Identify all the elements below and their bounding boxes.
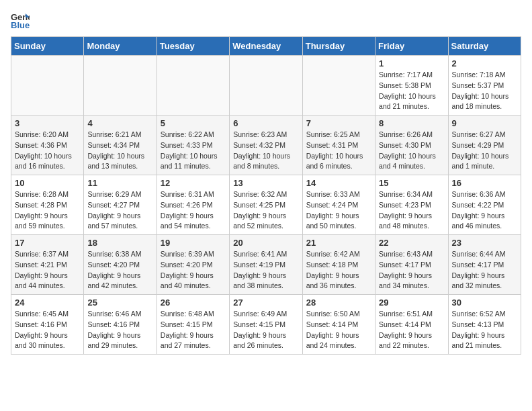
day-detail: Sunrise: 7:17 AMSunset: 5:38 PMDaylight:…: [379, 70, 444, 112]
day-number: 15: [379, 178, 444, 188]
day-number: 10: [15, 178, 80, 188]
column-header-thursday: Thursday: [302, 37, 375, 56]
day-number: 17: [15, 238, 80, 248]
day-number: 14: [306, 178, 371, 188]
day-detail: Sunrise: 6:39 AMSunset: 4:20 PMDaylight:…: [161, 249, 226, 291]
day-number: 1: [379, 58, 444, 68]
day-detail: Sunrise: 6:49 AMSunset: 4:15 PMDaylight:…: [233, 309, 298, 351]
column-header-saturday: Saturday: [448, 37, 521, 56]
day-number: 21: [306, 238, 371, 248]
day-number: 20: [233, 238, 298, 248]
day-detail: Sunrise: 6:38 AMSunset: 4:20 PMDaylight:…: [87, 249, 152, 291]
calendar-header-row: SundayMondayTuesdayWednesdayThursdayFrid…: [11, 37, 521, 56]
day-detail: Sunrise: 6:22 AMSunset: 4:33 PMDaylight:…: [161, 130, 226, 172]
day-number: 26: [161, 298, 226, 308]
column-header-sunday: Sunday: [11, 37, 84, 56]
calendar-cell: [302, 56, 375, 116]
calendar-cell: [230, 56, 302, 116]
column-header-friday: Friday: [375, 37, 448, 56]
calendar-cell: 16Sunrise: 6:36 AMSunset: 4:22 PMDayligh…: [448, 175, 521, 235]
column-header-tuesday: Tuesday: [157, 37, 229, 56]
calendar-cell: 25Sunrise: 6:46 AMSunset: 4:16 PMDayligh…: [84, 295, 157, 355]
day-detail: Sunrise: 6:25 AMSunset: 4:31 PMDaylight:…: [306, 130, 371, 172]
calendar-cell: 18Sunrise: 6:38 AMSunset: 4:20 PMDayligh…: [84, 235, 157, 295]
day-detail: Sunrise: 6:52 AMSunset: 4:13 PMDaylight:…: [452, 309, 517, 351]
day-detail: Sunrise: 6:20 AMSunset: 4:36 PMDaylight:…: [15, 130, 80, 172]
day-number: 6: [233, 118, 298, 128]
day-detail: Sunrise: 6:51 AMSunset: 4:14 PMDaylight:…: [379, 309, 444, 351]
calendar-week-row: 3Sunrise: 6:20 AMSunset: 4:36 PMDaylight…: [11, 116, 521, 175]
logo: General Blue: [11, 11, 32, 30]
column-header-wednesday: Wednesday: [230, 37, 302, 56]
calendar-cell: 28Sunrise: 6:50 AMSunset: 4:14 PMDayligh…: [302, 295, 375, 355]
calendar-table: SundayMondayTuesdayWednesdayThursdayFrid…: [11, 36, 521, 355]
day-number: 4: [87, 118, 152, 128]
calendar-cell: 24Sunrise: 6:45 AMSunset: 4:16 PMDayligh…: [11, 295, 84, 355]
calendar-cell: 21Sunrise: 6:42 AMSunset: 4:18 PMDayligh…: [302, 235, 375, 295]
day-detail: Sunrise: 6:33 AMSunset: 4:24 PMDaylight:…: [306, 189, 371, 232]
day-number: 22: [379, 238, 444, 248]
calendar-week-row: 1Sunrise: 7:17 AMSunset: 5:38 PMDaylight…: [11, 56, 521, 116]
day-number: 25: [87, 298, 152, 308]
day-detail: Sunrise: 6:42 AMSunset: 4:18 PMDaylight:…: [306, 249, 371, 291]
day-number: 13: [233, 178, 298, 188]
day-detail: Sunrise: 6:26 AMSunset: 4:30 PMDaylight:…: [379, 130, 444, 172]
day-detail: Sunrise: 6:41 AMSunset: 4:19 PMDaylight:…: [233, 249, 298, 291]
svg-text:Blue: Blue: [11, 20, 30, 30]
calendar-cell: 13Sunrise: 6:32 AMSunset: 4:25 PMDayligh…: [230, 175, 302, 235]
day-detail: Sunrise: 6:44 AMSunset: 4:17 PMDaylight:…: [452, 249, 517, 291]
calendar-cell: [11, 56, 84, 116]
day-detail: Sunrise: 7:18 AMSunset: 5:37 PMDaylight:…: [452, 70, 517, 112]
calendar-cell: 7Sunrise: 6:25 AMSunset: 4:31 PMDaylight…: [302, 116, 375, 175]
day-number: 18: [87, 238, 152, 248]
day-detail: Sunrise: 6:46 AMSunset: 4:16 PMDaylight:…: [87, 309, 152, 351]
day-number: 7: [306, 118, 371, 128]
calendar-cell: 1Sunrise: 7:17 AMSunset: 5:38 PMDaylight…: [375, 56, 448, 116]
day-detail: Sunrise: 6:31 AMSunset: 4:26 PMDaylight:…: [161, 189, 226, 232]
day-number: 30: [452, 298, 517, 308]
day-detail: Sunrise: 6:29 AMSunset: 4:27 PMDaylight:…: [87, 189, 152, 232]
calendar-week-row: 24Sunrise: 6:45 AMSunset: 4:16 PMDayligh…: [11, 295, 521, 355]
calendar-cell: 26Sunrise: 6:48 AMSunset: 4:15 PMDayligh…: [157, 295, 229, 355]
day-number: 29: [379, 298, 444, 308]
calendar-cell: 9Sunrise: 6:27 AMSunset: 4:29 PMDaylight…: [448, 116, 521, 175]
calendar-cell: 23Sunrise: 6:44 AMSunset: 4:17 PMDayligh…: [448, 235, 521, 295]
calendar-cell: 27Sunrise: 6:49 AMSunset: 4:15 PMDayligh…: [230, 295, 302, 355]
day-detail: Sunrise: 6:36 AMSunset: 4:22 PMDaylight:…: [452, 189, 517, 232]
day-detail: Sunrise: 6:37 AMSunset: 4:21 PMDaylight:…: [15, 249, 80, 291]
calendar-cell: 2Sunrise: 7:18 AMSunset: 5:37 PMDaylight…: [448, 56, 521, 116]
calendar-cell: 29Sunrise: 6:51 AMSunset: 4:14 PMDayligh…: [375, 295, 448, 355]
column-header-monday: Monday: [84, 37, 157, 56]
day-number: 5: [161, 118, 226, 128]
day-detail: Sunrise: 6:50 AMSunset: 4:14 PMDaylight:…: [306, 309, 371, 351]
calendar-week-row: 10Sunrise: 6:28 AMSunset: 4:28 PMDayligh…: [11, 175, 521, 235]
calendar-cell: 17Sunrise: 6:37 AMSunset: 4:21 PMDayligh…: [11, 235, 84, 295]
calendar-cell: 6Sunrise: 6:23 AMSunset: 4:32 PMDaylight…: [230, 116, 302, 175]
calendar-cell: 12Sunrise: 6:31 AMSunset: 4:26 PMDayligh…: [157, 175, 229, 235]
day-detail: Sunrise: 6:48 AMSunset: 4:15 PMDaylight:…: [161, 309, 226, 351]
day-number: 11: [87, 178, 152, 188]
calendar-cell: 4Sunrise: 6:21 AMSunset: 4:34 PMDaylight…: [84, 116, 157, 175]
day-detail: Sunrise: 6:21 AMSunset: 4:34 PMDaylight:…: [87, 130, 152, 172]
calendar-cell: 3Sunrise: 6:20 AMSunset: 4:36 PMDaylight…: [11, 116, 84, 175]
calendar-cell: 11Sunrise: 6:29 AMSunset: 4:27 PMDayligh…: [84, 175, 157, 235]
calendar-week-row: 17Sunrise: 6:37 AMSunset: 4:21 PMDayligh…: [11, 235, 521, 295]
day-number: 2: [452, 58, 517, 68]
day-number: 23: [452, 238, 517, 248]
day-number: 16: [452, 178, 517, 188]
day-number: 28: [306, 298, 371, 308]
day-number: 24: [15, 298, 80, 308]
calendar-cell: 10Sunrise: 6:28 AMSunset: 4:28 PMDayligh…: [11, 175, 84, 235]
day-number: 12: [161, 178, 226, 188]
calendar-cell: [84, 56, 157, 116]
day-number: 9: [452, 118, 517, 128]
calendar-cell: [157, 56, 229, 116]
day-number: 3: [15, 118, 80, 128]
day-number: 27: [233, 298, 298, 308]
day-detail: Sunrise: 6:45 AMSunset: 4:16 PMDaylight:…: [15, 309, 80, 351]
day-detail: Sunrise: 6:34 AMSunset: 4:23 PMDaylight:…: [379, 189, 444, 232]
day-detail: Sunrise: 6:28 AMSunset: 4:28 PMDaylight:…: [15, 189, 80, 232]
calendar-cell: 5Sunrise: 6:22 AMSunset: 4:33 PMDaylight…: [157, 116, 229, 175]
calendar-cell: 20Sunrise: 6:41 AMSunset: 4:19 PMDayligh…: [230, 235, 302, 295]
day-detail: Sunrise: 6:32 AMSunset: 4:25 PMDaylight:…: [233, 189, 298, 232]
